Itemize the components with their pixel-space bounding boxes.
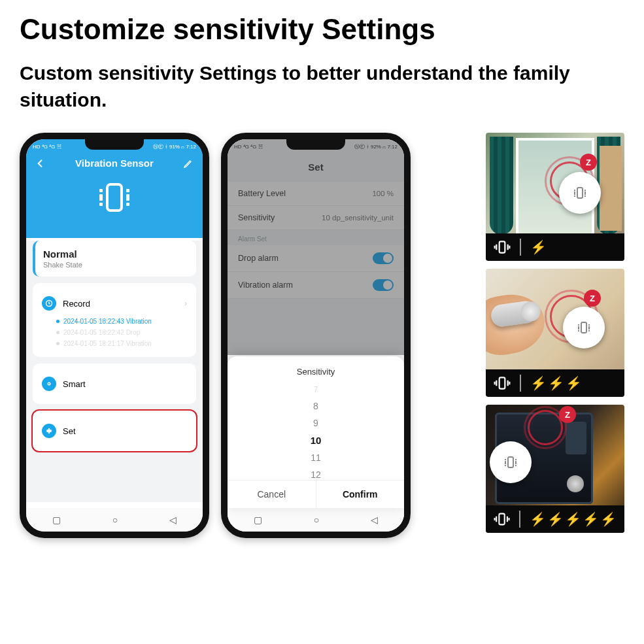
intensity-bolts: ⚡ (530, 239, 547, 255)
nav-recent-icon[interactable]: ▢ (52, 515, 61, 525)
shake-state-card: Normal Shake State (33, 241, 196, 277)
drop-alarm-toggle[interactable] (373, 252, 394, 264)
sensor-device-icon (559, 172, 601, 214)
sensitivity-picker[interactable]: 78910111213 (228, 382, 404, 480)
set-card[interactable]: Set (33, 411, 196, 451)
picker-option[interactable]: 11 (228, 449, 404, 466)
smart-label: Smart (63, 379, 86, 389)
phone-main-screen: HD ⁴G ⁴G ☵ ⓃⒺ ᚼ 91% ▭ 7:12 Vibration Sen… (20, 133, 209, 538)
vibration-alarm-label: Vibration alarm (238, 280, 293, 290)
record-entry[interactable]: 2024-01-05 18:21:17 Vibration (42, 338, 187, 349)
alarm-section-header: Alarm Set (228, 230, 404, 245)
battery-value: 100 % (372, 190, 394, 197)
zigbee-icon: Z (559, 406, 576, 423)
scene-safe: Z ⚡⚡⚡⚡⚡ (486, 405, 624, 533)
nav-back-icon[interactable]: ◁ (169, 515, 177, 525)
nav-home-icon[interactable]: ○ (112, 515, 118, 525)
record-card[interactable]: Record › 2024-01-05 18:22:43 Vibration20… (33, 283, 196, 357)
cancel-button[interactable]: Cancel (228, 481, 316, 508)
smart-card[interactable]: Smart (33, 364, 196, 404)
drop-alarm-row[interactable]: Drop alarm (228, 245, 404, 272)
vibration-alarm-toggle[interactable] (373, 279, 394, 291)
picker-option[interactable]: 9 (228, 415, 404, 432)
sensitivity-row[interactable]: Sensitivity 10 dp_sensitivity_unit (228, 206, 404, 230)
vibration-sensor-icon (96, 183, 133, 212)
zigbee-icon: Z (580, 154, 597, 171)
record-entry[interactable]: 2024-01-05 18:22:43 Vibration (42, 316, 187, 327)
shake-state-label: Shake State (43, 261, 187, 269)
edit-icon[interactable] (183, 158, 194, 169)
screen-title: Vibration Sensor (75, 158, 154, 169)
sensitivity-picker-sheet: Sensitivity 78910111213 Cancel Confirm (228, 356, 404, 508)
nav-home-icon[interactable]: ○ (314, 515, 319, 525)
picker-option[interactable]: 7 (228, 382, 404, 398)
confirm-button[interactable]: Confirm (316, 481, 405, 508)
status-right: ⓃⒺ ᚼ 92% ▭ 7:12 (354, 143, 398, 150)
headline: Customize sensitivity Settings (20, 13, 624, 46)
set-label: Set (63, 426, 76, 436)
back-icon[interactable] (35, 158, 46, 169)
sensor-device-icon (563, 307, 605, 348)
android-nav-bar[interactable]: ▢ ○ ◁ (228, 508, 404, 532)
svg-rect-3 (500, 241, 505, 252)
chevron-right-icon: › (184, 299, 187, 308)
status-left: HD ⁴G ⁴G ☵ (33, 144, 61, 150)
record-label: Record (63, 299, 90, 309)
battery-label: Battery Level (238, 189, 286, 198)
svg-point-2 (48, 383, 50, 384)
svg-rect-8 (500, 377, 505, 388)
vibrate-icon (494, 239, 511, 256)
sensor-device-icon (490, 441, 532, 483)
picker-title: Sensitivity (228, 363, 404, 382)
android-nav-bar[interactable]: ▢ ○ ◁ (26, 508, 203, 532)
subheading: Custom sensitivity Settings to better un… (20, 60, 624, 113)
intensity-bolts: ⚡⚡⚡ (530, 375, 582, 391)
picker-option[interactable]: 12 (228, 466, 404, 480)
scene-gallery: Z ⚡ Z ⚡⚡⚡ (486, 133, 624, 533)
vibrate-icon (494, 511, 510, 528)
scene-window: Z ⚡ (486, 133, 624, 261)
status-left: HD ⁴G ⁴G ☵ (234, 144, 263, 150)
intensity-bolts: ⚡⚡⚡⚡⚡ (530, 511, 617, 527)
shake-state-value: Normal (43, 248, 187, 260)
svg-rect-13 (499, 514, 504, 525)
sensitivity-value: 10 dp_sensitivity_unit (322, 214, 394, 222)
phone-settings-screen: HD ⁴G ⁴G ☵ ⓃⒺ ᚼ 92% ▭ 7:12 Set Battery L… (221, 133, 411, 538)
status-right: ⓃⒺ ᚼ 91% ▭ 7:12 (153, 143, 196, 150)
nav-recent-icon[interactable]: ▢ (254, 515, 262, 525)
page-title: Set (228, 155, 404, 182)
gear-icon (42, 424, 56, 438)
picker-option[interactable]: 8 (228, 398, 404, 415)
picker-option[interactable]: 10 (228, 432, 404, 449)
drop-alarm-label: Drop alarm (238, 254, 279, 263)
record-entry[interactable]: 2024-01-05 18:22:42 Drop (42, 327, 187, 338)
vibrate-icon (494, 375, 511, 392)
clock-icon (42, 296, 56, 311)
nav-back-icon[interactable]: ◁ (371, 515, 378, 525)
battery-row[interactable]: Battery Level 100 % (228, 182, 404, 206)
sensitivity-label: Sensitivity (238, 213, 275, 222)
smart-icon (42, 377, 56, 391)
scene-door: Z ⚡⚡⚡ (486, 269, 624, 397)
vibration-alarm-row[interactable]: Vibration alarm (228, 272, 404, 299)
zigbee-icon: Z (584, 290, 601, 307)
